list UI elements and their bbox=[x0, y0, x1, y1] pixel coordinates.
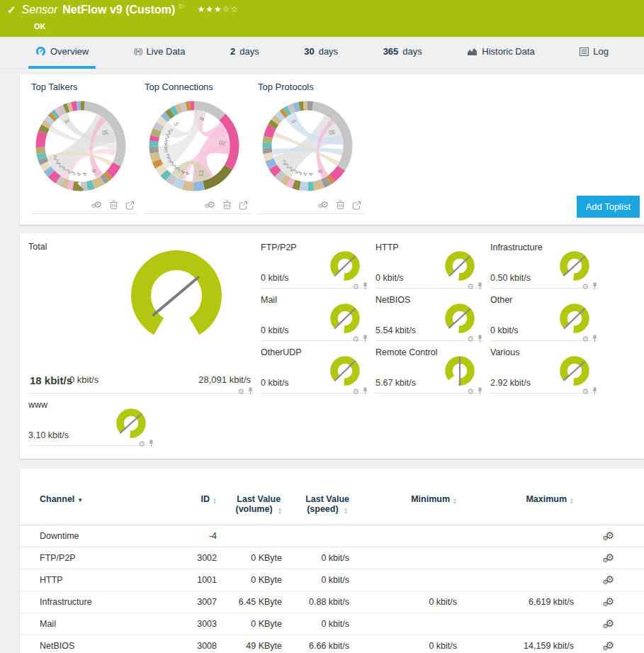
pin-icon[interactable] bbox=[148, 440, 154, 447]
cell: 0 kbit/s bbox=[282, 553, 349, 563]
settings-gear-icon[interactable]: ⚙ bbox=[138, 440, 145, 447]
toplist-chord-chart[interactable]: 530844333222 bbox=[31, 96, 130, 196]
toplist-settings-icon[interactable]: ⚙⚙ bbox=[207, 201, 215, 209]
tab-log[interactable]: Log bbox=[572, 37, 616, 69]
cell: 14,159 kbit/s bbox=[457, 641, 574, 651]
settings-gear-icon[interactable]: ⚙ bbox=[237, 388, 244, 395]
tab-historic-data[interactable]: Historic Data bbox=[460, 37, 541, 69]
column-header[interactable]: Last Value(speed) ▲▼ bbox=[282, 494, 349, 525]
settings-gear-icon[interactable]: ⚙ bbox=[467, 283, 474, 290]
channel-settings-icon[interactable]: ⚙⚙ bbox=[605, 552, 614, 563]
gauge-tools: ⚙ bbox=[467, 335, 483, 342]
settings-gear-icon[interactable]: ⚙ bbox=[582, 283, 589, 290]
tab-label: days bbox=[402, 46, 422, 57]
svg-text:5: 5 bbox=[172, 121, 180, 127]
cell: 0 kbit/s bbox=[349, 641, 457, 651]
cell: Infrastructure bbox=[40, 597, 171, 607]
channel-gauge-chart bbox=[323, 248, 367, 285]
tab-30-days[interactable]: 30 days bbox=[297, 37, 345, 69]
priority-stars[interactable]: ★★★☆☆ bbox=[197, 4, 239, 14]
tab-label: Historic Data bbox=[482, 46, 534, 57]
column-header[interactable]: Last Value(volume) ▲▼ bbox=[217, 494, 282, 525]
cell: 0 kbit/s bbox=[282, 575, 349, 585]
gauge-value: 0.50 kbit/s bbox=[490, 273, 531, 283]
column-header[interactable]: Minimum▲▼ bbox=[349, 494, 457, 525]
pin-icon[interactable] bbox=[477, 335, 483, 342]
gauge-value: 0 kbit/s bbox=[261, 378, 289, 388]
sort-desc-icon: ▼ bbox=[77, 497, 83, 503]
settings-gear-icon[interactable]: ⚙ bbox=[352, 283, 359, 290]
toplist-chord-chart[interactable]: 8201344333335552225 bbox=[145, 96, 244, 196]
delete-toplist-icon[interactable] bbox=[222, 200, 232, 210]
gauges-panel: Total 18 kbit/s 0 kbit/s 28,091 kbit/s ⚙… bbox=[20, 233, 644, 459]
toplist-chord-chart[interactable]: 53084433322 bbox=[258, 96, 357, 196]
gauge-cell: Other 0 kbit/s ⚙ bbox=[490, 294, 598, 341]
tab-overview[interactable]: Overview bbox=[28, 37, 96, 69]
tab-2-days[interactable]: 2 days bbox=[223, 37, 266, 69]
cell: Mail bbox=[40, 619, 171, 629]
settings-gear-icon[interactable]: ⚙ bbox=[582, 388, 589, 395]
historic-data-icon bbox=[467, 48, 478, 56]
sort-toggle-icon[interactable]: ▲▼ bbox=[344, 508, 348, 515]
gauge-value: 3.10 kbit/s bbox=[28, 430, 69, 440]
pin-icon[interactable] bbox=[592, 387, 598, 395]
column-header-channel[interactable]: Channel▼ bbox=[40, 494, 171, 525]
toplist-block: Top Protocols 53084433322 ⚙⚙ bbox=[258, 82, 364, 214]
channel-settings-icon[interactable]: ⚙⚙ bbox=[605, 530, 614, 541]
tab-bar: Overview ((•)) Live Data 2 days 30 days … bbox=[0, 37, 644, 69]
add-toplist-button[interactable]: Add Toplist bbox=[577, 196, 640, 218]
channel-row: Mail30030 KByte0 kbit/s⚙⚙ bbox=[20, 613, 644, 635]
toplists-panel: Top Talkers 530844333222 ⚙⚙Top Connectio… bbox=[20, 74, 644, 225]
channel-gauge-chart bbox=[438, 248, 482, 285]
sensor-title: NetFlow v9 (Custom) bbox=[62, 4, 175, 16]
pin-icon[interactable] bbox=[592, 282, 598, 290]
toplist-actions: ⚙⚙ bbox=[145, 199, 251, 214]
column-header[interactable]: Maximum▲▼ bbox=[457, 494, 574, 525]
column-header[interactable]: ID▲▼ bbox=[171, 494, 217, 525]
channel-row: NetBIOS300849 KByte6.66 kbit/s0 kbit/s14… bbox=[20, 635, 644, 653]
settings-gear-icon[interactable]: ⚙ bbox=[582, 335, 589, 342]
pin-icon[interactable] bbox=[362, 387, 368, 395]
channel-gauge-chart bbox=[438, 301, 482, 337]
tab-live-data[interactable]: ((•)) Live Data bbox=[127, 37, 193, 69]
channel-settings-icon[interactable]: ⚙⚙ bbox=[605, 640, 614, 651]
toplist-block: Top Connections 8201344333335552225 ⚙⚙ bbox=[145, 82, 251, 214]
toplist-title: Top Connections bbox=[145, 82, 251, 92]
toplist-settings-icon[interactable]: ⚙⚙ bbox=[320, 201, 329, 209]
toplist-settings-icon[interactable]: ⚙⚙ bbox=[94, 201, 102, 209]
gauge-cell: FTP/P2P 0 kbit/s ⚙ bbox=[261, 242, 368, 289]
settings-gear-icon[interactable]: ⚙ bbox=[352, 388, 359, 395]
tab-365-days[interactable]: 365 days bbox=[376, 37, 429, 69]
toplist-title: Top Protocols bbox=[258, 82, 364, 92]
cell: 0 kbit/s bbox=[349, 597, 457, 607]
pin-icon[interactable] bbox=[247, 387, 254, 395]
flag-icon[interactable]: ⚐ bbox=[178, 3, 184, 11]
settings-gear-icon[interactable]: ⚙ bbox=[467, 388, 474, 395]
channel-settings-icon[interactable]: ⚙⚙ bbox=[605, 596, 614, 607]
pin-icon[interactable] bbox=[362, 335, 368, 342]
delete-toplist-icon[interactable] bbox=[336, 200, 345, 210]
svg-text:30: 30 bbox=[101, 128, 109, 136]
channel-settings-icon[interactable]: ⚙⚙ bbox=[605, 618, 614, 629]
pin-icon[interactable] bbox=[477, 282, 483, 290]
tab-number: 365 bbox=[383, 46, 399, 57]
svg-text:8: 8 bbox=[90, 169, 98, 173]
open-toplist-icon[interactable] bbox=[352, 201, 361, 210]
tab-number: 2 bbox=[230, 46, 235, 57]
pin-icon[interactable] bbox=[477, 387, 483, 395]
settings-gear-icon[interactable]: ⚙ bbox=[467, 335, 474, 342]
open-toplist-icon[interactable] bbox=[239, 201, 248, 210]
delete-toplist-icon[interactable] bbox=[109, 200, 118, 210]
gauge-tools: ⚙ bbox=[582, 335, 598, 342]
pin-icon[interactable] bbox=[592, 335, 598, 342]
toplist-actions: ⚙⚙ bbox=[31, 199, 137, 214]
channel-gauge-chart bbox=[553, 353, 597, 390]
open-toplist-icon[interactable] bbox=[125, 201, 135, 210]
cell: HTTP bbox=[40, 575, 171, 585]
channel-settings-icon[interactable]: ⚙⚙ bbox=[605, 574, 614, 585]
pin-icon[interactable] bbox=[362, 282, 368, 290]
settings-gear-icon[interactable]: ⚙ bbox=[352, 335, 359, 342]
svg-text:30: 30 bbox=[328, 128, 336, 136]
sensor-header: ✓ Sensor NetFlow v9 (Custom) ⚐ ★★★☆☆ OK bbox=[0, 0, 644, 37]
cell: 6,619 kbit/s bbox=[457, 597, 574, 607]
